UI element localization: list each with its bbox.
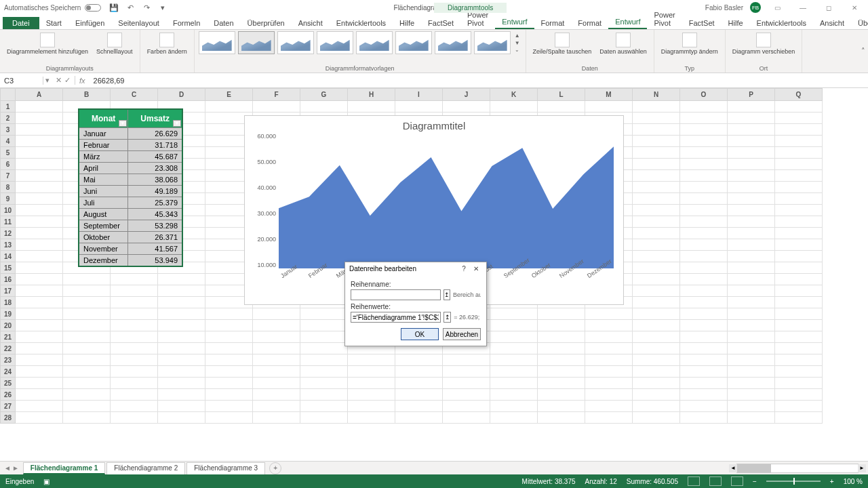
ok-button[interactable]: OK: [401, 328, 439, 340]
ribbon-tab-start[interactable]: Start: [39, 17, 68, 29]
ribbon-tab-seitenlayout[interactable]: Seitenlayout: [111, 17, 166, 29]
cell[interactable]: [728, 113, 775, 124]
cell[interactable]: [395, 401, 443, 412]
cell[interactable]: [111, 389, 158, 401]
cell[interactable]: [585, 343, 633, 354]
col-header-J[interactable]: J: [443, 89, 490, 101]
cell[interactable]: [775, 320, 823, 331]
series-name-input[interactable]: [351, 289, 441, 300]
cell[interactable]: [348, 101, 395, 113]
row-header-10[interactable]: 10: [1, 205, 16, 216]
row-header-11[interactable]: 11: [1, 216, 16, 228]
move-chart-button[interactable]: Diagramm verschieben: [730, 31, 798, 57]
row-header-1[interactable]: 1: [1, 101, 16, 113]
table-cell[interactable]: 45.687: [128, 151, 182, 163]
cell[interactable]: [16, 251, 63, 262]
cell[interactable]: [111, 331, 158, 343]
ribbon-tab-einfügen[interactable]: Einfügen: [68, 17, 111, 29]
ribbon-tab-überprüfen[interactable]: Überprüfen: [241, 17, 292, 29]
change-colors-button[interactable]: Farben ändern: [144, 31, 190, 57]
cell[interactable]: [728, 228, 775, 239]
cell[interactable]: [728, 331, 775, 343]
cell[interactable]: [633, 239, 680, 251]
cell[interactable]: [633, 182, 680, 193]
select-all-corner[interactable]: [1, 89, 16, 101]
minimize-icon[interactable]: —: [793, 4, 812, 12]
cell[interactable]: [300, 378, 348, 389]
cell[interactable]: [205, 331, 253, 343]
cell[interactable]: [775, 401, 823, 412]
cell[interactable]: [585, 354, 633, 366]
cell[interactable]: [205, 354, 253, 366]
col-header-E[interactable]: E: [205, 89, 253, 101]
cell[interactable]: [585, 412, 633, 424]
cell[interactable]: [775, 216, 823, 228]
row-header-16[interactable]: 16: [1, 274, 16, 285]
file-tab[interactable]: Datei: [3, 17, 39, 29]
cell[interactable]: [728, 308, 775, 320]
cell[interactable]: [585, 366, 633, 378]
cell[interactable]: [633, 285, 680, 297]
cell[interactable]: [728, 401, 775, 412]
cell[interactable]: [633, 136, 680, 147]
table-cell[interactable]: 53.298: [128, 220, 182, 232]
cell[interactable]: [158, 331, 205, 343]
cell[interactable]: [680, 124, 728, 136]
cell[interactable]: [16, 170, 63, 182]
cell[interactable]: [585, 101, 633, 113]
cell[interactable]: [680, 297, 728, 308]
table-cell[interactable]: 31.718: [128, 140, 182, 151]
cell[interactable]: [205, 378, 253, 389]
cell[interactable]: [16, 285, 63, 297]
cell[interactable]: [775, 251, 823, 262]
cell[interactable]: [538, 320, 585, 331]
cell[interactable]: [538, 331, 585, 343]
row-header-4[interactable]: 4: [1, 136, 16, 147]
table-cell[interactable]: Mai: [79, 174, 128, 186]
cell[interactable]: [728, 216, 775, 228]
table-cell[interactable]: 26.629: [128, 128, 182, 140]
cell[interactable]: [63, 343, 111, 354]
ribbon-tab-factset[interactable]: FactSet: [682, 17, 722, 29]
col-header-H[interactable]: H: [348, 89, 395, 101]
cell[interactable]: [16, 354, 63, 366]
cell[interactable]: [63, 285, 111, 297]
col-header-M[interactable]: M: [585, 89, 633, 101]
cell[interactable]: [253, 354, 300, 366]
formula-input[interactable]: 26628,69: [90, 77, 868, 85]
cell[interactable]: [680, 320, 728, 331]
cell[interactable]: [300, 320, 348, 331]
col-header-C[interactable]: C: [111, 89, 158, 101]
user-avatar[interactable]: FB: [750, 2, 761, 13]
table-cell[interactable]: Dezember: [79, 255, 128, 266]
cell[interactable]: [16, 320, 63, 331]
ribbon-tab-formeln[interactable]: Formeln: [166, 17, 207, 29]
ribbon-tab-entwurf[interactable]: Entwurf: [495, 16, 534, 29]
cell[interactable]: [633, 297, 680, 308]
cell[interactable]: [158, 389, 205, 401]
table-cell[interactable]: 41.567: [128, 243, 182, 255]
series-values-input[interactable]: [351, 312, 441, 323]
cell[interactable]: [728, 320, 775, 331]
sheet-tab[interactable]: Flächendiagramme 3: [186, 462, 265, 474]
ribbon-tab-format[interactable]: Format: [534, 17, 572, 29]
row-header-23[interactable]: 23: [1, 354, 16, 366]
cell[interactable]: [728, 297, 775, 308]
cell[interactable]: [443, 412, 490, 424]
zoom-in-icon[interactable]: +: [830, 478, 834, 485]
fx-icon[interactable]: fx: [75, 77, 90, 85]
page-layout-view-icon[interactable]: [709, 476, 722, 486]
cell[interactable]: [775, 308, 823, 320]
chart-styles-gallery[interactable]: ▲▼⌄: [199, 31, 521, 54]
maximize-icon[interactable]: ◻: [819, 4, 838, 12]
cell[interactable]: [633, 228, 680, 239]
cell[interactable]: [728, 101, 775, 113]
cell[interactable]: [443, 378, 490, 389]
cell[interactable]: [395, 389, 443, 401]
col-header-G[interactable]: G: [300, 89, 348, 101]
row-header-20[interactable]: 20: [1, 320, 16, 331]
col-header-I[interactable]: I: [395, 89, 443, 101]
cell[interactable]: [348, 378, 395, 389]
cell[interactable]: [680, 101, 728, 113]
cell[interactable]: [300, 101, 348, 113]
